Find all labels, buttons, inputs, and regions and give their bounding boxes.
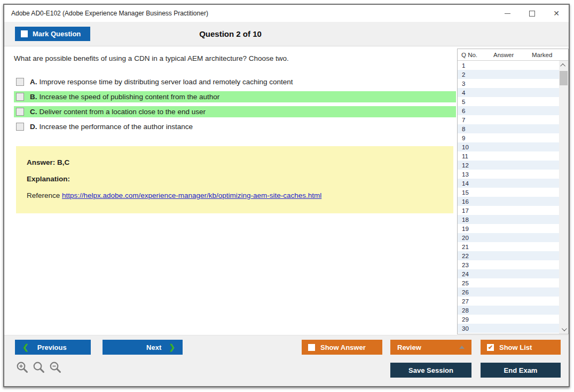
- answer-panel: Answer: B,C Explanation: Reference https…: [16, 146, 453, 213]
- list-item[interactable]: 19: [458, 224, 559, 233]
- list-item[interactable]: 8: [458, 124, 559, 133]
- list-item-number: 21: [458, 244, 469, 250]
- main-area: What are possible benefits of using a CD…: [4, 46, 569, 335]
- list-item-number: 11: [458, 153, 468, 159]
- question-text: What are possible benefits of using a CD…: [14, 54, 457, 62]
- list-item-number: 15: [458, 189, 469, 196]
- reference-link[interactable]: https://helpx.adobe.com/experience-manag…: [62, 191, 321, 199]
- list-item[interactable]: 2: [458, 70, 559, 79]
- scroll-thumb[interactable]: [560, 71, 568, 85]
- list-item-number: 10: [458, 144, 469, 150]
- list-item[interactable]: 21: [458, 242, 559, 251]
- footer-bar: ❮ Previous Next ❯ Show Answer Review ✔ S…: [4, 335, 569, 386]
- list-item[interactable]: 14: [458, 179, 559, 188]
- review-button[interactable]: Review: [390, 340, 471, 355]
- next-label: Next: [146, 343, 161, 351]
- list-item[interactable]: 9: [458, 133, 559, 142]
- list-item-number: 2: [458, 71, 465, 78]
- show-answer-checkbox[interactable]: [308, 344, 315, 351]
- list-item-number: 22: [458, 253, 469, 259]
- list-item[interactable]: 7: [458, 115, 559, 124]
- list-item[interactable]: 22: [458, 251, 559, 260]
- window-controls: ✕: [495, 5, 569, 22]
- list-item[interactable]: 5: [458, 97, 559, 106]
- check-icon: ✔: [488, 345, 493, 350]
- list-item-number: 23: [458, 262, 469, 268]
- chevron-left-icon: ❮: [22, 343, 29, 351]
- list-item[interactable]: 11: [458, 151, 559, 161]
- close-button[interactable]: ✕: [544, 5, 569, 22]
- list-item[interactable]: 16: [458, 197, 559, 206]
- list-item[interactable]: 15: [458, 188, 559, 197]
- list-item[interactable]: 28: [458, 306, 559, 315]
- zoom-out-icon[interactable]: [49, 361, 62, 374]
- list-item[interactable]: 4: [458, 88, 559, 97]
- list-item[interactable]: 12: [458, 161, 559, 170]
- list-item-number: 27: [458, 298, 469, 305]
- list-item-number: 9: [458, 135, 465, 141]
- list-item[interactable]: 29: [458, 315, 559, 324]
- review-label: Review: [397, 343, 421, 351]
- option-label: A.Improve response time by distributing …: [30, 78, 293, 86]
- show-list-checkbox[interactable]: ✔: [487, 344, 494, 351]
- list-item-number: 13: [458, 171, 469, 178]
- list-item-number: 28: [458, 307, 469, 314]
- list-item-number: 20: [458, 235, 469, 241]
- list-item[interactable]: 3: [458, 79, 559, 88]
- list-item-number: 24: [458, 271, 469, 277]
- option-row-d[interactable]: D.Increase the performance of the author…: [14, 121, 456, 132]
- list-item-number: 4: [458, 90, 465, 96]
- option-row-c[interactable]: C.Deliver content from a location close …: [14, 106, 456, 117]
- maximize-icon: [529, 11, 535, 17]
- list-item-number: 19: [458, 226, 469, 232]
- list-item[interactable]: 6: [458, 106, 559, 115]
- list-item-number: 8: [458, 126, 465, 132]
- option-row-a[interactable]: A.Improve response time by distributing …: [14, 76, 456, 87]
- list-item[interactable]: 10: [458, 142, 559, 151]
- zoom-toolbar: [16, 361, 62, 374]
- previous-button[interactable]: ❮ Previous: [15, 340, 91, 355]
- header-strip: Mark Question Question 2 of 10: [4, 22, 569, 46]
- next-button[interactable]: Next ❯: [103, 340, 183, 355]
- list-item[interactable]: 27: [458, 297, 559, 306]
- end-exam-button[interactable]: End Exam: [481, 363, 561, 378]
- show-answer-label: Show Answer: [320, 343, 366, 351]
- list-item[interactable]: 20: [458, 233, 559, 242]
- app-window: Adobe AD0-E102 (Adobe Experience Manager…: [3, 4, 570, 387]
- question-counter: Question 2 of 10: [4, 22, 457, 46]
- show-list-button[interactable]: ✔ Show List: [481, 340, 561, 355]
- review-dropdown-icon: [459, 346, 465, 349]
- option-label: D.Increase the performance of the author…: [30, 123, 193, 131]
- zoom-reset-icon[interactable]: [33, 361, 45, 374]
- scroll-down-button[interactable]: [559, 325, 568, 334]
- list-item[interactable]: 25: [458, 278, 559, 287]
- save-session-button[interactable]: Save Session: [390, 363, 471, 378]
- list-item-number: 12: [458, 162, 469, 169]
- column-header-qno: Q No.: [458, 52, 493, 58]
- maximize-button[interactable]: [520, 5, 544, 22]
- list-item-number: 26: [458, 289, 469, 295]
- list-item[interactable]: 1: [458, 61, 559, 70]
- list-item[interactable]: 17: [458, 206, 559, 215]
- option-checkbox[interactable]: [16, 123, 24, 131]
- option-checkbox[interactable]: [16, 108, 24, 116]
- list-item[interactable]: 26: [458, 287, 559, 297]
- list-item[interactable]: 13: [458, 170, 559, 179]
- show-answer-button[interactable]: Show Answer: [302, 340, 382, 355]
- scroll-up-button[interactable]: [559, 61, 568, 70]
- list-item[interactable]: 30: [458, 324, 559, 333]
- list-item[interactable]: 23: [458, 260, 559, 269]
- question-list-rows: 1234567891011121314151617181920212223242…: [458, 61, 559, 334]
- option-checkbox[interactable]: [16, 93, 24, 101]
- column-header-marked: Marked: [532, 52, 568, 58]
- title-bar: Adobe AD0-E102 (Adobe Experience Manager…: [4, 5, 569, 22]
- option-row-b[interactable]: B.Increase the speed of publishing conte…: [14, 91, 456, 102]
- list-item-number: 3: [458, 81, 465, 87]
- options-list: A.Improve response time by distributing …: [14, 76, 456, 132]
- list-item[interactable]: 24: [458, 269, 559, 278]
- minimize-button[interactable]: [495, 5, 520, 22]
- list-item[interactable]: 18: [458, 215, 559, 224]
- question-list-scrollbar[interactable]: [559, 61, 568, 334]
- zoom-in-icon[interactable]: [16, 361, 29, 374]
- option-checkbox[interactable]: [16, 78, 24, 86]
